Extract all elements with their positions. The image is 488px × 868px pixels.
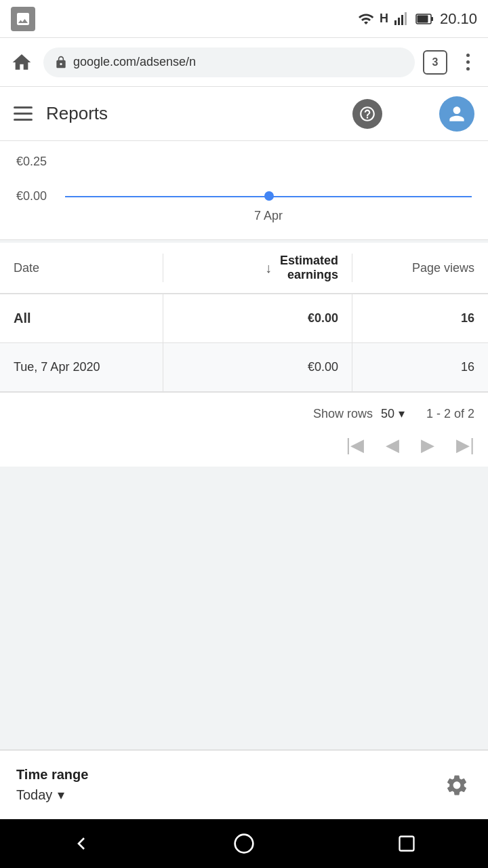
browser-menu-button[interactable] — [455, 50, 480, 75]
row-all-earnings: €0.00 — [163, 294, 352, 342]
rows-per-page-select[interactable]: 50 ▾ — [381, 406, 405, 421]
chart-x-label: 7 Apr — [16, 209, 472, 223]
table-row-0: Tue, 7 Apr 2020 €0.00 16 — [0, 343, 488, 392]
sort-arrow-icon[interactable]: ↓ — [265, 260, 272, 276]
chart-y-zero: €0.00 — [16, 189, 57, 203]
table-header: Date ↓ Estimatedearnings Page views — [0, 243, 488, 294]
svg-rect-3 — [405, 12, 407, 25]
home-button[interactable] — [227, 827, 261, 861]
help-button[interactable] — [352, 99, 382, 129]
chart-area: €0.25 €0.00 7 Apr — [0, 141, 488, 240]
browser-bar: google.com/adsense/n 3 — [0, 38, 488, 87]
chart-y-upper: €0.25 — [16, 155, 472, 169]
chart-zero-line: €0.00 — [16, 189, 472, 203]
browser-address-bar[interactable]: google.com/adsense/n — [43, 47, 415, 77]
chart-dot — [264, 191, 274, 201]
svg-rect-2 — [401, 15, 403, 25]
image-icon — [11, 7, 35, 31]
spacer — [0, 467, 488, 749]
recents-button[interactable] — [390, 827, 424, 861]
svg-rect-0 — [394, 20, 396, 25]
show-rows-label: Show rows — [313, 407, 373, 421]
svg-rect-5 — [431, 17, 433, 21]
back-button[interactable] — [64, 827, 98, 861]
row-0-earnings: €0.00 — [163, 343, 352, 391]
svg-rect-8 — [400, 837, 414, 851]
browser-tab-count[interactable]: 3 — [423, 50, 447, 75]
col-earnings-header[interactable]: ↓ Estimatedearnings — [163, 254, 352, 282]
signal-icon — [394, 11, 410, 27]
browser-url: google.com/adsense/n — [73, 55, 404, 69]
time-range-current: Today — [16, 787, 52, 803]
page-title: Reports — [46, 103, 339, 124]
bottom-panel: Time range Today ▾ — [0, 749, 488, 819]
lock-icon — [54, 56, 68, 69]
android-nav-bar — [0, 819, 488, 868]
svg-rect-6 — [417, 15, 428, 22]
rows-per-page-value: 50 — [381, 407, 394, 421]
row-all-pageviews: 16 — [352, 294, 488, 342]
time-range-info: Time range Today ▾ — [16, 767, 442, 803]
time-range-container: Time range Today ▾ — [0, 750, 488, 819]
next-page-button[interactable]: ▶ — [421, 435, 434, 456]
first-page-button[interactable]: |◀ — [346, 435, 364, 456]
row-0-pageviews: 16 — [352, 343, 488, 391]
data-table: Date ↓ Estimatedearnings Page views All … — [0, 243, 488, 467]
wifi-icon — [358, 11, 374, 27]
time-range-value-button[interactable]: Today ▾ — [16, 787, 442, 803]
battery-icon — [415, 11, 434, 27]
status-time: 20.10 — [440, 10, 477, 28]
col-pageviews-header: Page views — [352, 254, 488, 282]
hamburger-menu-icon[interactable] — [14, 106, 33, 121]
svg-point-7 — [235, 835, 253, 853]
status-right: H 20.10 — [358, 10, 477, 28]
col-earnings-label: Estimatedearnings — [280, 254, 338, 282]
col-date-header: Date — [0, 254, 163, 282]
status-left — [11, 7, 35, 31]
row-0-date: Tue, 7 Apr 2020 — [0, 343, 163, 391]
pagination-bar: Show rows 50 ▾ 1 - 2 of 2 — [0, 392, 488, 435]
bell-button[interactable] — [396, 99, 426, 129]
time-range-label: Time range — [16, 767, 442, 783]
svg-rect-1 — [398, 18, 400, 25]
browser-home-button[interactable] — [8, 49, 35, 76]
settings-gear-button[interactable] — [442, 770, 472, 800]
rows-range: 1 - 2 of 2 — [426, 407, 474, 421]
pagination-controls: |◀ ◀ ▶ ▶| — [0, 435, 488, 467]
app-header: Reports — [0, 87, 488, 141]
dropdown-arrow-icon: ▾ — [399, 406, 405, 421]
avatar-button[interactable] — [439, 96, 474, 132]
last-page-button[interactable]: ▶| — [456, 435, 474, 456]
table-row-all: All €0.00 16 — [0, 294, 488, 343]
prev-page-button[interactable]: ◀ — [386, 435, 399, 456]
show-rows-control: Show rows 50 ▾ — [313, 406, 405, 421]
network-type: H — [380, 12, 388, 26]
status-bar: H 20.10 — [0, 0, 488, 38]
chart-line-container — [65, 195, 472, 198]
row-all-date: All — [0, 294, 163, 342]
header-icons — [352, 96, 474, 132]
time-range-dropdown-icon: ▾ — [58, 787, 64, 803]
